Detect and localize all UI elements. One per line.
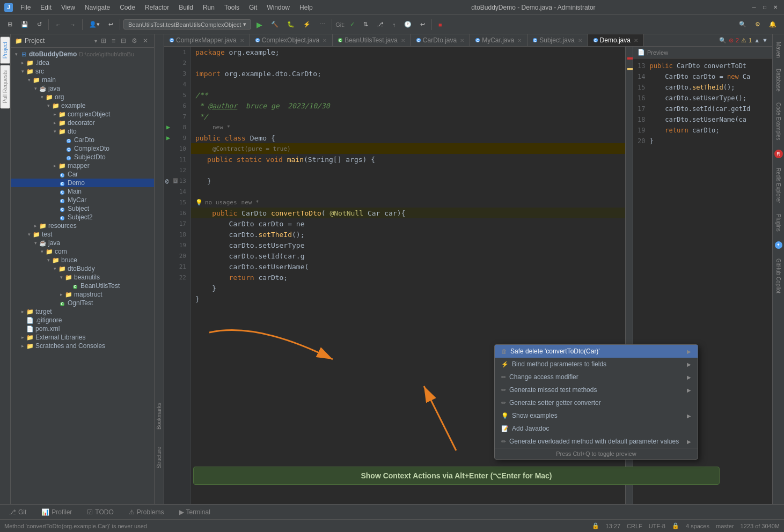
panel-flatten-btn[interactable]: ⊟ [119, 36, 128, 45]
tree-item-resources[interactable]: ▸ 📁 resources [11, 221, 154, 230]
tree-item-example[interactable]: ▾ 📁 example [11, 101, 154, 110]
tab-subject[interactable]: C Subject.java ✕ [527, 34, 588, 46]
menu-view[interactable]: View [57, 3, 79, 12]
menu-file[interactable]: File [16, 3, 35, 12]
run-gutter-icon-8[interactable]: ▶ [166, 123, 170, 131]
tree-item-ognltest[interactable]: C OgnlTest [11, 299, 154, 307]
ctx-item-change-access[interactable]: ✏ Change access modifier ▶ [495, 371, 698, 383]
debug-button[interactable]: 🐛 [284, 19, 298, 29]
right-tab-database[interactable]: Database [774, 65, 782, 95]
tab-demo[interactable]: C Demo.java ✕ [588, 34, 644, 46]
tree-item-decorator[interactable]: ▸ 📁 decorator [11, 119, 154, 127]
tree-item-subject2[interactable]: C Subject2 [11, 213, 154, 221]
tree-item-beanutils[interactable]: ▾ 📁 beanutils [11, 273, 154, 282]
right-tab-plugins[interactable]: Plugins [774, 211, 782, 235]
toolbar-recent-btn[interactable]: 👤▾ [86, 19, 103, 29]
settings-btn[interactable]: ⚙ [752, 19, 764, 29]
run-gutter-icon-9[interactable]: ▶ [166, 134, 170, 142]
chevron-up-icon[interactable]: ▲ [754, 37, 760, 43]
tree-item-mainclass[interactable]: C Main [11, 187, 154, 196]
menu-tools[interactable]: Tools [220, 3, 244, 12]
menu-refactor[interactable]: Refactor [141, 3, 173, 12]
menu-navigate[interactable]: Navigate [80, 3, 114, 12]
bottom-tab-problems[interactable]: ⚠ Problems [124, 507, 168, 518]
chevron-down-icon[interactable]: ▼ [762, 37, 768, 43]
ctx-item-gen-overload[interactable]: ✏ Generate overloaded method with defaul… [495, 435, 698, 448]
bottom-tab-git[interactable]: ⎇ Git [4, 507, 31, 518]
more-run-btn[interactable]: ⋯ [316, 19, 328, 29]
tree-item-complexobject[interactable]: ▸ 📁 complexObject [11, 110, 154, 119]
bookmarks-btn[interactable]: Bookmarks [155, 400, 163, 433]
right-tab-github-copilot[interactable]: GitHub Copilot [774, 255, 782, 297]
tab-mycar[interactable]: C MyCar.java ✕ [470, 34, 527, 46]
toolbar-forward-btn[interactable]: → [67, 20, 79, 29]
light-bulb-icon[interactable]: 💡 [195, 199, 203, 206]
tree-item-mycar[interactable]: C MyCar [11, 196, 154, 204]
tab-close-cardto[interactable]: ✕ [460, 38, 464, 43]
tree-item-extlibs[interactable]: ▸ 📁 External Libraries [11, 333, 154, 342]
tree-item-beanutilstest[interactable]: C BeanUtilsTest [11, 282, 154, 290]
status-encoding[interactable]: UTF-8 [649, 523, 665, 529]
menu-git[interactable]: Git [245, 3, 261, 12]
toolbar-undo-btn[interactable]: ↩ [105, 19, 116, 29]
ctx-item-bind-params[interactable]: ⚡ Bind method parameters to fields ▶ [495, 358, 698, 371]
tree-item-java-test[interactable]: ▾ ☕ java [11, 239, 154, 247]
git-rollback-btn[interactable]: ↩ [417, 19, 428, 29]
menu-edit[interactable]: Edit [36, 3, 56, 12]
tab-complexobject[interactable]: C ComplexObject.java ✕ [250, 34, 333, 46]
tree-item-target[interactable]: ▸ 📁 target [11, 307, 154, 316]
tab-close-beanutilstest[interactable]: ✕ [401, 38, 405, 43]
tree-item-dtobuddy[interactable]: ▾ 📁 dtoBuddy [11, 264, 154, 273]
status-vcs[interactable]: master [716, 523, 734, 529]
search-everywhere-btn[interactable]: 🔍 [736, 19, 750, 29]
tree-item-idea[interactable]: ▸ 📁 .idea [11, 58, 154, 67]
structure-btn[interactable]: Structure [155, 444, 163, 472]
tree-item-complexdto[interactable]: C ComplexDto [11, 144, 154, 153]
tab-complexmapper[interactable]: C ComplexMapper.java ✕ [164, 34, 250, 46]
ctx-item-gen-setter[interactable]: ✏ Generate setter getter converter ▶ [495, 396, 698, 409]
ctx-item-safe-delete[interactable]: 🗑 Safe delete 'convertToDto(Car)' ▶ [495, 345, 698, 358]
right-tab-redis[interactable]: Redis Explorer [774, 165, 782, 206]
status-line-ending[interactable]: CRLF [627, 523, 642, 529]
bottom-tab-profiler[interactable]: 📊 Profiler [37, 507, 76, 518]
bottom-tab-todo[interactable]: ☑ TODO [83, 507, 118, 518]
git-push-btn[interactable]: ↑ [389, 20, 399, 29]
git-history-btn[interactable]: 🕐 [401, 19, 415, 29]
sidebar-pullrequests-tab[interactable]: Pull Requests [0, 65, 10, 109]
tree-item-scratches[interactable]: ▸ 📁 Scratches and Consoles [11, 342, 154, 350]
toolbar-back-btn[interactable]: ← [52, 20, 64, 29]
panel-scope-btn[interactable]: ⊞ [99, 36, 108, 45]
status-indent[interactable]: 4 spaces [686, 523, 709, 529]
ctx-item-add-javadoc[interactable]: 📝 Add Javadoc ▶ [495, 422, 698, 435]
tree-item-pomxml[interactable]: 📄 pom.xml [11, 324, 154, 333]
tree-item-subject[interactable]: C Subject [11, 204, 154, 213]
tab-close-complexmapper[interactable]: ✕ [240, 38, 244, 43]
git-fetch-btn[interactable]: ⇅ [360, 19, 371, 29]
ctx-item-gen-test[interactable]: ✏ Generate missed test methods ▶ [495, 383, 698, 396]
tree-item-cardto[interactable]: C CarDto [11, 136, 154, 144]
tree-item-java-main[interactable]: ▾ ☕ java [11, 84, 154, 93]
build-button[interactable]: 🔨 [268, 19, 282, 29]
toolbar-project-btn[interactable]: ⊞ [4, 19, 16, 29]
tab-close-mycar[interactable]: ✕ [517, 38, 522, 43]
run-button[interactable]: ▶ [253, 19, 266, 31]
toolbar-save-btn[interactable]: 💾 [18, 19, 32, 29]
coverage-button[interactable]: ⚡ [300, 19, 314, 29]
tree-item-bruce[interactable]: ▾ 📁 bruce [11, 256, 154, 264]
tab-beanutilstest[interactable]: C BeanUtilsTest.java ✕ [333, 34, 411, 46]
panel-settings-btn[interactable]: ⚙ [130, 36, 139, 45]
sidebar-project-tab[interactable]: Project [0, 36, 10, 64]
tree-item-mapper[interactable]: ▸ 📁 mapper [11, 161, 154, 170]
tree-item-main[interactable]: ▾ 📁 main [11, 76, 154, 84]
git-checkmark-btn[interactable]: ✓ [347, 19, 358, 29]
tree-item-subjectdto[interactable]: C SubjectDto [11, 153, 154, 161]
run-configuration[interactable]: BeanUtilsTest.testBeanUtilsComplexObject… [123, 19, 251, 29]
tree-item-car[interactable]: C Car [11, 170, 154, 179]
close-button[interactable]: ✕ [771, 3, 780, 12]
tree-item-test[interactable]: ▾ 📁 test [11, 230, 154, 239]
restore-button[interactable]: □ [760, 3, 769, 12]
menu-window[interactable]: Window [262, 3, 294, 12]
tree-item-org[interactable]: ▾ 📁 org [11, 93, 154, 101]
tree-item-dto[interactable]: ▾ 📁 dto [11, 127, 154, 136]
tree-item-src[interactable]: ▾ 📁 src [11, 67, 154, 76]
